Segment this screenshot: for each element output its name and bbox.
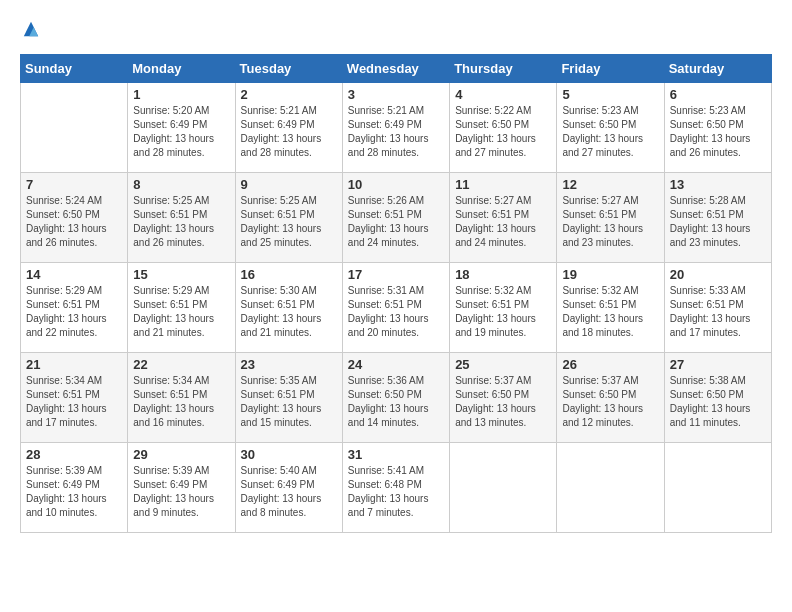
day-info: Sunrise: 5:35 AM Sunset: 6:51 PM Dayligh… (241, 374, 337, 430)
calendar-cell: 8Sunrise: 5:25 AM Sunset: 6:51 PM Daylig… (128, 173, 235, 263)
calendar-cell: 4Sunrise: 5:22 AM Sunset: 6:50 PM Daylig… (450, 83, 557, 173)
calendar-cell: 23Sunrise: 5:35 AM Sunset: 6:51 PM Dayli… (235, 353, 342, 443)
calendar-week-4: 21Sunrise: 5:34 AM Sunset: 6:51 PM Dayli… (21, 353, 772, 443)
day-number: 25 (455, 357, 551, 372)
calendar-cell: 6Sunrise: 5:23 AM Sunset: 6:50 PM Daylig… (664, 83, 771, 173)
calendar-cell: 27Sunrise: 5:38 AM Sunset: 6:50 PM Dayli… (664, 353, 771, 443)
day-number: 7 (26, 177, 122, 192)
calendar-cell: 21Sunrise: 5:34 AM Sunset: 6:51 PM Dayli… (21, 353, 128, 443)
weekday-header-thursday: Thursday (450, 55, 557, 83)
day-info: Sunrise: 5:28 AM Sunset: 6:51 PM Dayligh… (670, 194, 766, 250)
day-number: 2 (241, 87, 337, 102)
calendar-cell: 29Sunrise: 5:39 AM Sunset: 6:49 PM Dayli… (128, 443, 235, 533)
day-number: 30 (241, 447, 337, 462)
calendar-cell: 13Sunrise: 5:28 AM Sunset: 6:51 PM Dayli… (664, 173, 771, 263)
calendar-cell: 1Sunrise: 5:20 AM Sunset: 6:49 PM Daylig… (128, 83, 235, 173)
day-number: 26 (562, 357, 658, 372)
calendar-cell: 15Sunrise: 5:29 AM Sunset: 6:51 PM Dayli… (128, 263, 235, 353)
day-info: Sunrise: 5:23 AM Sunset: 6:50 PM Dayligh… (670, 104, 766, 160)
day-number: 31 (348, 447, 444, 462)
day-number: 29 (133, 447, 229, 462)
day-number: 16 (241, 267, 337, 282)
calendar-cell: 30Sunrise: 5:40 AM Sunset: 6:49 PM Dayli… (235, 443, 342, 533)
day-info: Sunrise: 5:40 AM Sunset: 6:49 PM Dayligh… (241, 464, 337, 520)
day-info: Sunrise: 5:24 AM Sunset: 6:50 PM Dayligh… (26, 194, 122, 250)
day-info: Sunrise: 5:21 AM Sunset: 6:49 PM Dayligh… (241, 104, 337, 160)
calendar-cell: 18Sunrise: 5:32 AM Sunset: 6:51 PM Dayli… (450, 263, 557, 353)
calendar-cell: 31Sunrise: 5:41 AM Sunset: 6:48 PM Dayli… (342, 443, 449, 533)
calendar-cell: 9Sunrise: 5:25 AM Sunset: 6:51 PM Daylig… (235, 173, 342, 263)
day-info: Sunrise: 5:36 AM Sunset: 6:50 PM Dayligh… (348, 374, 444, 430)
weekday-header-wednesday: Wednesday (342, 55, 449, 83)
day-number: 27 (670, 357, 766, 372)
day-number: 8 (133, 177, 229, 192)
calendar-week-2: 7Sunrise: 5:24 AM Sunset: 6:50 PM Daylig… (21, 173, 772, 263)
day-info: Sunrise: 5:26 AM Sunset: 6:51 PM Dayligh… (348, 194, 444, 250)
day-info: Sunrise: 5:38 AM Sunset: 6:50 PM Dayligh… (670, 374, 766, 430)
day-number: 14 (26, 267, 122, 282)
day-number: 21 (26, 357, 122, 372)
day-number: 4 (455, 87, 551, 102)
day-info: Sunrise: 5:22 AM Sunset: 6:50 PM Dayligh… (455, 104, 551, 160)
day-info: Sunrise: 5:29 AM Sunset: 6:51 PM Dayligh… (133, 284, 229, 340)
day-number: 15 (133, 267, 229, 282)
calendar-cell: 2Sunrise: 5:21 AM Sunset: 6:49 PM Daylig… (235, 83, 342, 173)
day-info: Sunrise: 5:23 AM Sunset: 6:50 PM Dayligh… (562, 104, 658, 160)
day-info: Sunrise: 5:34 AM Sunset: 6:51 PM Dayligh… (26, 374, 122, 430)
calendar-cell: 5Sunrise: 5:23 AM Sunset: 6:50 PM Daylig… (557, 83, 664, 173)
day-number: 17 (348, 267, 444, 282)
logo-icon (22, 20, 40, 38)
calendar-cell (21, 83, 128, 173)
weekday-header-tuesday: Tuesday (235, 55, 342, 83)
calendar-cell (664, 443, 771, 533)
day-info: Sunrise: 5:39 AM Sunset: 6:49 PM Dayligh… (133, 464, 229, 520)
day-number: 18 (455, 267, 551, 282)
calendar-cell: 22Sunrise: 5:34 AM Sunset: 6:51 PM Dayli… (128, 353, 235, 443)
day-info: Sunrise: 5:25 AM Sunset: 6:51 PM Dayligh… (241, 194, 337, 250)
calendar-cell: 20Sunrise: 5:33 AM Sunset: 6:51 PM Dayli… (664, 263, 771, 353)
day-info: Sunrise: 5:39 AM Sunset: 6:49 PM Dayligh… (26, 464, 122, 520)
calendar-week-5: 28Sunrise: 5:39 AM Sunset: 6:49 PM Dayli… (21, 443, 772, 533)
calendar-cell: 26Sunrise: 5:37 AM Sunset: 6:50 PM Dayli… (557, 353, 664, 443)
weekday-header-monday: Monday (128, 55, 235, 83)
day-number: 9 (241, 177, 337, 192)
day-info: Sunrise: 5:29 AM Sunset: 6:51 PM Dayligh… (26, 284, 122, 340)
day-info: Sunrise: 5:31 AM Sunset: 6:51 PM Dayligh… (348, 284, 444, 340)
calendar-cell: 17Sunrise: 5:31 AM Sunset: 6:51 PM Dayli… (342, 263, 449, 353)
day-info: Sunrise: 5:32 AM Sunset: 6:51 PM Dayligh… (455, 284, 551, 340)
weekday-header-row: SundayMondayTuesdayWednesdayThursdayFrid… (21, 55, 772, 83)
calendar-cell: 10Sunrise: 5:26 AM Sunset: 6:51 PM Dayli… (342, 173, 449, 263)
day-info: Sunrise: 5:37 AM Sunset: 6:50 PM Dayligh… (455, 374, 551, 430)
calendar-cell (557, 443, 664, 533)
calendar-table: SundayMondayTuesdayWednesdayThursdayFrid… (20, 54, 772, 533)
day-info: Sunrise: 5:33 AM Sunset: 6:51 PM Dayligh… (670, 284, 766, 340)
day-number: 6 (670, 87, 766, 102)
day-number: 10 (348, 177, 444, 192)
calendar-week-1: 1Sunrise: 5:20 AM Sunset: 6:49 PM Daylig… (21, 83, 772, 173)
day-number: 13 (670, 177, 766, 192)
weekday-header-sunday: Sunday (21, 55, 128, 83)
logo (20, 20, 42, 38)
day-info: Sunrise: 5:34 AM Sunset: 6:51 PM Dayligh… (133, 374, 229, 430)
calendar-cell: 24Sunrise: 5:36 AM Sunset: 6:50 PM Dayli… (342, 353, 449, 443)
calendar-cell: 7Sunrise: 5:24 AM Sunset: 6:50 PM Daylig… (21, 173, 128, 263)
day-number: 22 (133, 357, 229, 372)
day-number: 1 (133, 87, 229, 102)
day-number: 28 (26, 447, 122, 462)
calendar-cell: 19Sunrise: 5:32 AM Sunset: 6:51 PM Dayli… (557, 263, 664, 353)
day-info: Sunrise: 5:37 AM Sunset: 6:50 PM Dayligh… (562, 374, 658, 430)
day-number: 19 (562, 267, 658, 282)
day-number: 24 (348, 357, 444, 372)
page-header (20, 20, 772, 38)
day-info: Sunrise: 5:41 AM Sunset: 6:48 PM Dayligh… (348, 464, 444, 520)
calendar-cell: 25Sunrise: 5:37 AM Sunset: 6:50 PM Dayli… (450, 353, 557, 443)
day-number: 3 (348, 87, 444, 102)
calendar-cell: 12Sunrise: 5:27 AM Sunset: 6:51 PM Dayli… (557, 173, 664, 263)
calendar-cell (450, 443, 557, 533)
day-number: 23 (241, 357, 337, 372)
day-info: Sunrise: 5:20 AM Sunset: 6:49 PM Dayligh… (133, 104, 229, 160)
day-number: 12 (562, 177, 658, 192)
calendar-cell: 14Sunrise: 5:29 AM Sunset: 6:51 PM Dayli… (21, 263, 128, 353)
weekday-header-friday: Friday (557, 55, 664, 83)
calendar-cell: 3Sunrise: 5:21 AM Sunset: 6:49 PM Daylig… (342, 83, 449, 173)
